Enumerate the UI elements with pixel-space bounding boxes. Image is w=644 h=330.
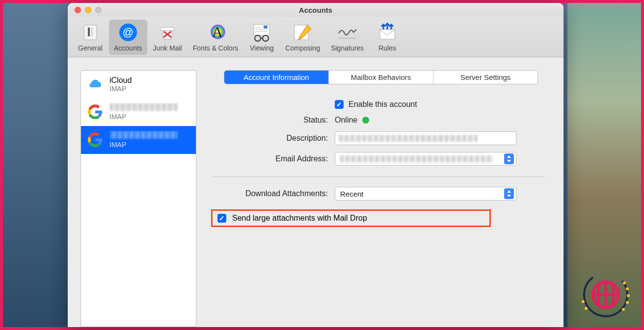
svg-rect-11 xyxy=(264,25,268,28)
svg-rect-0 xyxy=(84,25,97,40)
account-type: IMAP xyxy=(109,141,178,149)
row-status: Status: Online xyxy=(211,116,545,125)
signatures-icon xyxy=(337,22,358,43)
chevron-updown-icon xyxy=(504,153,514,164)
viewing-icon xyxy=(251,22,272,43)
svg-rect-5 xyxy=(161,27,174,30)
tab-server-settings[interactable]: Server Settings xyxy=(433,71,537,84)
account-row-google-2[interactable]: IMAP xyxy=(81,126,196,154)
svg-point-23 xyxy=(623,281,626,284)
account-name xyxy=(109,103,178,113)
tab-label: General xyxy=(78,44,103,52)
composing-icon xyxy=(292,22,314,43)
tab-label: Rules xyxy=(378,44,396,52)
email-label: Email Address: xyxy=(211,154,335,163)
tab-label: Accounts xyxy=(114,44,142,52)
row-download-attachments: Download Attachments: Recent xyxy=(211,187,545,201)
maildrop-checkbox[interactable] xyxy=(217,214,226,223)
description-label: Description: xyxy=(211,134,335,143)
download-attachments-popup[interactable]: Recent xyxy=(335,187,516,201)
svg-text:@: @ xyxy=(123,26,134,38)
download-value: Recent xyxy=(340,190,364,198)
tab-junk-mail[interactable]: Junk Mail xyxy=(148,20,187,55)
svg-text:A: A xyxy=(212,24,223,40)
svg-point-28 xyxy=(585,307,588,310)
account-name xyxy=(109,131,178,141)
maildrop-label: Send large attachments with Mail Drop xyxy=(232,214,367,223)
rules-icon xyxy=(376,22,398,43)
icloud-icon xyxy=(87,76,104,93)
download-label: Download Attachments: xyxy=(211,189,335,198)
row-enable-account: Enable this account xyxy=(211,100,545,109)
tab-viewing[interactable]: Viewing xyxy=(244,20,279,55)
account-name: iCloud xyxy=(109,76,132,85)
svg-point-24 xyxy=(626,287,629,290)
accounts-icon: @ xyxy=(117,22,139,43)
svg-point-27 xyxy=(622,308,625,311)
svg-point-25 xyxy=(627,294,630,297)
tab-label: Junk Mail xyxy=(153,44,182,52)
tab-mailbox-behaviors[interactable]: Mailbox Behaviors xyxy=(329,71,433,84)
account-detail: Account Information Mailbox Behaviors Se… xyxy=(211,70,551,327)
chevron-updown-icon xyxy=(504,188,514,199)
account-form: Enable this account Status: Online Descr… xyxy=(211,100,551,227)
tab-fonts-colors[interactable]: A Fonts & Colors xyxy=(188,20,243,55)
svg-rect-1 xyxy=(88,27,90,36)
description-input[interactable] xyxy=(335,131,516,145)
junk-mail-icon xyxy=(157,22,178,43)
accounts-sidebar: iCloud IMAP IMAP IMAP xyxy=(80,70,196,327)
status-indicator-icon xyxy=(362,117,369,124)
fonts-colors-icon: A xyxy=(205,22,226,43)
svg-point-29 xyxy=(582,300,585,303)
account-row-google-1[interactable]: IMAP xyxy=(81,98,196,126)
preferences-toolbar: General @ Accounts Junk Mail xyxy=(68,17,564,57)
tab-general[interactable]: General xyxy=(73,20,108,55)
titlebar: Accounts xyxy=(68,3,564,17)
google-icon xyxy=(87,131,104,148)
divider xyxy=(211,177,545,177)
tab-label: Composing xyxy=(285,44,320,52)
enable-account-label: Enable this account xyxy=(349,100,417,109)
window-title: Accounts xyxy=(68,6,564,14)
status-label: Status: xyxy=(211,116,335,125)
preferences-window: Accounts General @ Accounts Junk Mail xyxy=(68,3,564,327)
tab-rules[interactable]: Rules xyxy=(370,20,405,55)
email-address-popup[interactable] xyxy=(335,152,516,166)
row-description: Description: xyxy=(211,131,545,145)
tab-account-information[interactable]: Account Information xyxy=(224,71,329,84)
account-type: IMAP xyxy=(109,85,132,93)
tab-label: Fonts & Colors xyxy=(193,44,239,52)
status-value: Online xyxy=(335,116,357,125)
svg-point-26 xyxy=(626,301,629,304)
tab-label: Signatures xyxy=(331,44,364,52)
watermark-logo xyxy=(576,265,635,324)
svg-rect-2 xyxy=(91,27,93,36)
svg-point-15 xyxy=(255,35,261,41)
content-area: iCloud IMAP IMAP IMAP xyxy=(68,57,564,327)
maildrop-highlight: Send large attachments with Mail Drop xyxy=(211,209,491,227)
svg-point-16 xyxy=(263,35,268,41)
tab-accounts[interactable]: @ Accounts xyxy=(109,20,147,55)
tab-signatures[interactable]: Signatures xyxy=(326,20,369,55)
account-tabs: Account Information Mailbox Behaviors Se… xyxy=(224,70,538,84)
row-email-address: Email Address: xyxy=(211,152,545,166)
tab-label: Viewing xyxy=(250,44,274,52)
google-icon xyxy=(87,103,104,120)
tab-composing[interactable]: Composing xyxy=(280,20,325,55)
account-type: IMAP xyxy=(109,113,178,121)
account-row-icloud[interactable]: iCloud IMAP xyxy=(81,71,196,98)
general-icon xyxy=(80,22,101,43)
enable-account-checkbox[interactable] xyxy=(335,100,344,109)
